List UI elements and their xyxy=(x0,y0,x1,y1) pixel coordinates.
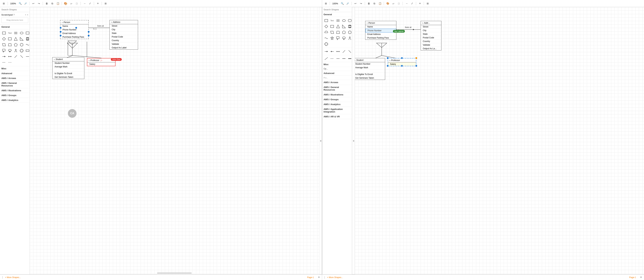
copy-btn-r[interactable]: ⧉ xyxy=(372,1,377,6)
shape-rect3[interactable] xyxy=(7,36,12,41)
rs-person[interactable] xyxy=(347,36,352,41)
shape-hexagon[interactable] xyxy=(19,42,24,47)
shape-arrow-right[interactable] xyxy=(2,54,6,59)
right-person-row-email[interactable]: Email Address xyxy=(366,32,396,36)
shape-text[interactable]: Text xyxy=(7,30,12,36)
right-addr-city[interactable]: City xyxy=(421,29,441,32)
grid-toggle-btn-r[interactable]: ⊞ xyxy=(324,1,328,6)
rs-rect2[interactable] xyxy=(330,24,335,29)
shape-horiz-line[interactable] xyxy=(25,54,30,59)
left-more-shapes[interactable]: + More Shapes... xyxy=(5,276,21,279)
student-row-num[interactable]: Student Number xyxy=(52,61,84,65)
right-person-row-phone[interactable]: Phone Number xyxy=(366,29,396,32)
paste-btn-l[interactable]: 📋 xyxy=(56,1,60,6)
right-person-row-parking[interactable]: Purchase Parking Pass xyxy=(366,36,396,40)
arrow2-btn-l[interactable]: ⤦ xyxy=(88,1,92,6)
rs-rtri[interactable] xyxy=(341,24,346,29)
zoom-in-btn[interactable]: 🔍 xyxy=(18,1,22,6)
shape-dashed-curved[interactable] xyxy=(7,60,12,65)
right-section-aws-general[interactable]: AWS / General Resources xyxy=(322,85,352,92)
shape-right-tri[interactable] xyxy=(19,36,24,41)
rs-arrow-d[interactable] xyxy=(324,49,329,54)
zoom-level-r[interactable]: 100% xyxy=(331,2,339,5)
shape-parallelogram[interactable] xyxy=(2,42,6,47)
shape-dashed-line[interactable] xyxy=(2,60,6,65)
person-row-email[interactable]: Email Address xyxy=(60,32,88,35)
sidebar-section-aws-analytics[interactable]: AWS / Analytics xyxy=(0,98,30,103)
right-addr-street[interactable]: Street xyxy=(421,25,441,29)
rs-star[interactable] xyxy=(330,36,335,41)
right-section-aws-analytics[interactable]: AWS / Analytics xyxy=(322,102,352,107)
right-section-aws-groups[interactable]: AWS / Groups xyxy=(322,97,352,102)
addr-row-output[interactable]: Output As Label xyxy=(110,46,138,49)
shape-ellipse[interactable] xyxy=(19,30,24,36)
arrow-btn-l[interactable]: → xyxy=(82,1,87,6)
add-btn-r[interactable]: + xyxy=(418,1,422,6)
fill-btn-l[interactable]: 🎨 xyxy=(63,1,68,6)
sidebar-section-aws-general[interactable]: AWS / General Resources xyxy=(0,81,30,88)
rs-rect[interactable] xyxy=(324,18,329,23)
left-canvas-scrollbar[interactable] xyxy=(157,273,192,274)
shape-cross[interactable] xyxy=(19,48,24,53)
right-person-row-name[interactable]: Name xyxy=(366,25,396,29)
shape-callout2[interactable] xyxy=(7,48,12,53)
table-btn-r[interactable]: ⊞ xyxy=(425,1,430,6)
shape-double-arrow[interactable] xyxy=(7,54,12,59)
left-student-entity[interactable]: ≡ Student Student Number Average Mark Is… xyxy=(52,57,84,79)
rs-tri[interactable] xyxy=(336,24,340,29)
shape-callout[interactable] xyxy=(2,48,6,53)
scratchpad-add-icon[interactable]: + xyxy=(25,13,26,16)
fill-btn-r[interactable]: 🎨 xyxy=(385,1,390,6)
rs-wave[interactable] xyxy=(324,36,329,41)
right-search-input[interactable] xyxy=(324,8,352,11)
left-person-entity[interactable]: ≡ Person Name Phone Number Email Address… xyxy=(60,20,89,39)
addr-row-validate[interactable]: Validate xyxy=(110,42,138,46)
right-section-aws-ar[interactable]: AWS / AR & VR xyxy=(322,114,352,119)
stroke-btn-l[interactable]: ▱ xyxy=(69,1,74,6)
left-add-page-btn[interactable]: + xyxy=(317,276,320,279)
shape-pentagon[interactable] xyxy=(13,42,18,47)
shape-btn-l[interactable]: □ xyxy=(74,1,79,6)
rs-hex[interactable] xyxy=(347,30,352,35)
right-section-advanced[interactable]: Advanced xyxy=(322,71,352,76)
right-add-page-btn[interactable]: + xyxy=(639,276,642,279)
right-more-options-btn[interactable]: ⋮ xyxy=(324,276,326,279)
rs-trap[interactable] xyxy=(336,30,340,35)
rs-callout2[interactable] xyxy=(341,36,346,41)
sidebar-section-misc[interactable]: Misc xyxy=(0,66,30,71)
right-student-num[interactable]: Student Number xyxy=(355,62,385,66)
student-row-eligible[interactable]: Is Eligible To Enroll xyxy=(52,72,84,75)
rs-diag-slash[interactable] xyxy=(341,49,346,54)
rs-arrow-l[interactable] xyxy=(330,49,335,54)
left-page-tab[interactable]: Page-1 xyxy=(305,276,316,279)
scratchpad-close-icon[interactable]: × xyxy=(27,13,28,16)
rs-diamond[interactable] xyxy=(324,24,329,29)
right-canvas[interactable]: ≡ Person Name Phone Number Email Address… xyxy=(355,7,644,274)
zoom-level[interactable]: 100% xyxy=(9,2,17,5)
person-row-parking[interactable]: Purchase Parking Pass xyxy=(60,35,88,39)
right-addr-output[interactable]: Output As La... xyxy=(421,47,441,50)
delete-btn-r[interactable]: 🗑 xyxy=(366,1,371,6)
addr-row-city[interactable]: City xyxy=(110,28,138,31)
shape-diagonal2[interactable] xyxy=(19,54,24,59)
rs-cyl[interactable] xyxy=(347,24,352,29)
rs-rounded[interactable] xyxy=(347,18,352,23)
arrow-btn-r[interactable]: → xyxy=(404,1,409,6)
right-section-aws-arrows[interactable]: AWS / Arrows xyxy=(322,80,352,85)
professor-row-salary[interactable]: Salary xyxy=(87,62,115,66)
rs-cloud[interactable] xyxy=(324,30,329,35)
sidebar-section-advanced[interactable]: Advanced xyxy=(0,71,30,76)
rs-diag-back[interactable] xyxy=(347,49,352,54)
shape-diagonal[interactable] xyxy=(13,54,18,59)
left-address-entity[interactable]: ≡ Address Street City State Postal Code … xyxy=(110,20,138,50)
right-address-partial[interactable]: ≡ Addr... Street City State Postal Code … xyxy=(420,21,442,50)
redo-btn-r[interactable]: ↪ xyxy=(358,1,364,6)
shape-person[interactable] xyxy=(13,48,18,53)
left-collapse-handle[interactable]: ◀ xyxy=(319,7,322,274)
right-addr-country[interactable]: Country xyxy=(421,40,441,43)
right-addr-validate[interactable]: Validate xyxy=(421,43,441,47)
right-section-misc[interactable]: Misc xyxy=(322,62,352,67)
student-row-mark[interactable]: Average Mark xyxy=(52,65,84,69)
addr-row-country[interactable]: Country xyxy=(110,39,138,42)
shape-rect2[interactable] xyxy=(25,30,30,36)
